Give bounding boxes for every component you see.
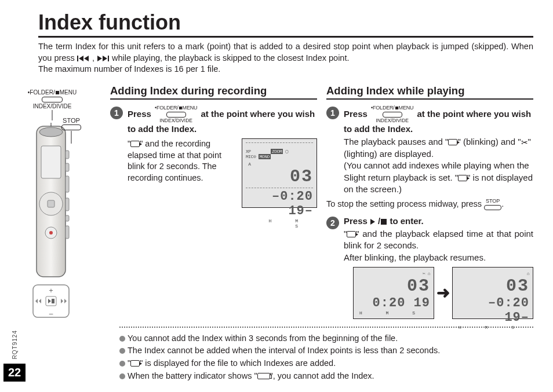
stop-button-label: STOP <box>61 117 81 144</box>
svg-text:+: + <box>49 287 53 295</box>
index-mark-icon-4 <box>347 231 356 237</box>
page-side: RQT9124 22 <box>3 330 26 382</box>
lcd-display-recording: XP ZOOM ▢ MIC⊙ MONO A 03 –0:20 19– H M S <box>242 138 317 208</box>
skip-back-icon <box>77 53 92 63</box>
svg-rect-0 <box>77 56 78 61</box>
device-column: •FOLDER/MENU INDEX/DIVIDE STOP <box>3 85 101 320</box>
col2-step2-b: to enter. <box>390 216 423 226</box>
intro-text-b: while playing, the playback is skipped t… <box>112 53 349 63</box>
step-number-1b: 1 <box>326 107 339 119</box>
col2-step1-a: Press <box>344 108 370 118</box>
arrow-right-icon: ➜ <box>436 283 450 302</box>
index-mark-icon-5 <box>130 360 140 367</box>
page-title: Index function <box>38 10 533 38</box>
svg-rect-13 <box>48 200 54 207</box>
svg-point-10 <box>39 127 63 137</box>
svg-marker-4 <box>103 56 107 61</box>
svg-rect-19 <box>66 226 69 239</box>
column-playing: Adding Index while playing 1 Press •FOLD… <box>326 85 533 320</box>
folder-menu-button-icon-2: •FOLDER/MENU INDEX/DIVIDE <box>371 105 413 123</box>
col2-heading: Adding Index while playing <box>326 85 533 100</box>
note-4: When the battery indicator shows "", you… <box>128 370 374 383</box>
svg-marker-1 <box>79 56 83 61</box>
svg-marker-3 <box>97 56 102 61</box>
svg-rect-6 <box>56 91 59 94</box>
col2-desc2: "" and the playback elapsed time at that… <box>344 228 533 263</box>
svg-rect-5 <box>108 56 109 61</box>
lcd-display-playing-after: ⌂ 03 –0:20 19– H M S <box>452 267 533 319</box>
step-number-2: 2 <box>326 217 339 229</box>
column-recording: Adding Index during recording 1 Press •F… <box>110 85 317 320</box>
bullet-icon <box>119 348 125 354</box>
lcd-display-playing-before: ✂ ⌂ 03 0:20 19 H M S <box>353 267 434 319</box>
notes-block: You cannot add the Index within 3 second… <box>119 332 533 383</box>
svg-rect-14 <box>66 151 69 159</box>
svg-point-21 <box>49 231 53 235</box>
note-2: The Index cannot be added when the inter… <box>128 345 440 357</box>
index-mark-icon <box>130 141 140 147</box>
svg-rect-11 <box>41 146 61 178</box>
col1-step1-a: Press <box>128 108 154 118</box>
svg-rect-33 <box>179 107 182 109</box>
play-stop-icon: / <box>370 216 390 226</box>
svg-rect-15 <box>66 163 69 171</box>
col1-desc: "" and the recording elapsed time at tha… <box>128 138 236 184</box>
index-mark-icon-3 <box>458 175 467 181</box>
doc-code: RQT9124 <box>12 330 18 359</box>
col2-desc1: The playback pauses and "" (blinking) an… <box>344 136 533 195</box>
skip-forward-icon <box>97 53 112 63</box>
col1-heading: Adding Index during recording <box>110 85 317 100</box>
note-1: You cannot add the Index within 3 second… <box>128 332 398 345</box>
stop-button-icon: STOP <box>484 199 501 211</box>
svg-text:–: – <box>49 310 53 318</box>
bullet-icon <box>119 336 125 342</box>
svg-rect-36 <box>381 219 387 225</box>
note-3: "" is displayed for the file to which In… <box>128 357 336 370</box>
bullet-icon <box>119 361 125 367</box>
folder-menu-button-icon: •FOLDER/MENU INDEX/DIVIDE <box>155 105 197 123</box>
svg-marker-35 <box>370 219 375 225</box>
bullet-icon <box>119 373 125 379</box>
battery-empty-icon <box>257 373 270 379</box>
recorder-illustration: + – <box>20 123 84 320</box>
svg-rect-18 <box>66 215 69 221</box>
page-number: 22 <box>3 364 26 382</box>
scissors-icon: ✂ <box>521 138 528 147</box>
intro-text-c: The maximum number of Indexes is 16 per … <box>38 64 220 74</box>
svg-rect-16 <box>66 176 69 192</box>
svg-rect-17 <box>66 198 69 211</box>
svg-rect-34 <box>395 107 398 109</box>
midway-note: To stop the setting process midway, pres… <box>326 199 533 211</box>
svg-marker-2 <box>84 56 89 61</box>
step-number-1: 1 <box>110 107 123 119</box>
col2-step2-a: Press <box>344 216 370 226</box>
svg-rect-28 <box>52 299 54 303</box>
intro-paragraph: The term Index for this unit refers to a… <box>38 41 533 75</box>
index-mark-icon-2 <box>448 139 457 145</box>
folder-menu-button-label: •FOLDER/MENU INDEX/DIVIDE <box>3 89 101 110</box>
